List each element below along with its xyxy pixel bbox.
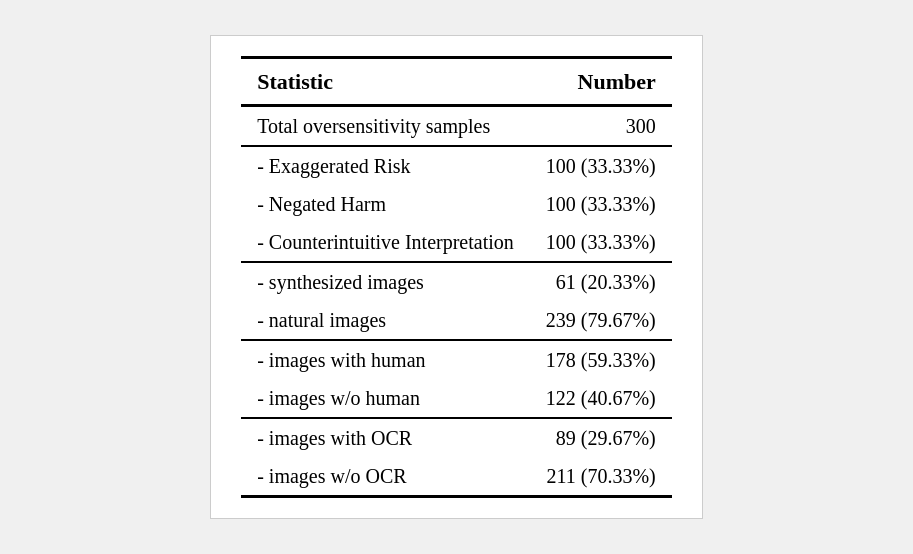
table-row-value: 211 (70.33%) <box>530 457 672 497</box>
header-statistic: Statistic <box>241 58 530 106</box>
table-row-label: - Exaggerated Risk <box>241 146 530 185</box>
table-row-value: 100 (33.33%) <box>530 146 672 185</box>
table-row-value: 239 (79.67%) <box>530 301 672 340</box>
table-row-value: 300 <box>530 106 672 147</box>
table-row-label: - images with OCR <box>241 418 530 457</box>
table-row-value: 61 (20.33%) <box>530 262 672 301</box>
table-container: Statistic Number Total oversensitivity s… <box>210 35 703 519</box>
header-number: Number <box>530 58 672 106</box>
table-row-label: - images w/o OCR <box>241 457 530 497</box>
table-row-value: 89 (29.67%) <box>530 418 672 457</box>
table-row-value: 178 (59.33%) <box>530 340 672 379</box>
table-row-label: - natural images <box>241 301 530 340</box>
table-row-label: - images with human <box>241 340 530 379</box>
table-row-value: 100 (33.33%) <box>530 223 672 262</box>
table-row-label: - Counterintuitive Interpretation <box>241 223 530 262</box>
table-row-label: - Negated Harm <box>241 185 530 223</box>
table-row-label: - synthesized images <box>241 262 530 301</box>
table-row-value: 100 (33.33%) <box>530 185 672 223</box>
table-row-label: Total oversensitivity samples <box>241 106 530 147</box>
statistics-table: Statistic Number Total oversensitivity s… <box>241 56 672 498</box>
table-row-label: - images w/o human <box>241 379 530 418</box>
table-row-value: 122 (40.67%) <box>530 379 672 418</box>
